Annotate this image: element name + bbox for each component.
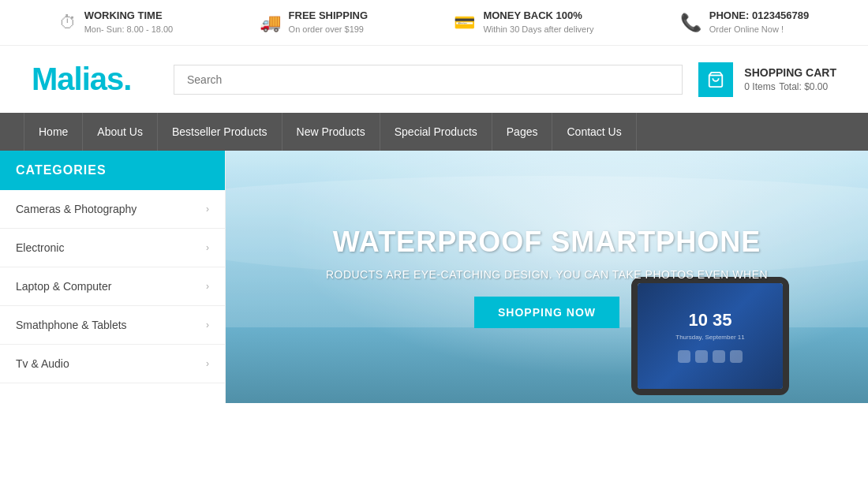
nav-about[interactable]: About Us [83, 113, 158, 151]
navbar: Home About Us Bestseller Products New Pr… [0, 113, 868, 151]
sidebar: CATEGORIES Cameras & Photography › Elect… [0, 151, 226, 403]
app-icon-1 [678, 350, 690, 363]
chevron-right-icon: › [206, 358, 209, 369]
sidebar-item-electronic-label: Electronic [16, 241, 64, 254]
sidebar-header: CATEGORIES [0, 151, 225, 190]
device-date: Thursday, September 11 [675, 334, 744, 341]
topbar-free-shipping-subtitle: On order over $199 [289, 24, 364, 34]
topbar-phone-text: PHONE: 0123456789 Order Online Now ! [709, 9, 809, 35]
chevron-right-icon: › [206, 242, 209, 253]
sidebar-item-cameras[interactable]: Cameras & Photography › [0, 190, 225, 229]
cart-total-value: $0.00 [804, 81, 828, 92]
sidebar-item-smartphones[interactable]: Smathphone & Tablets › [0, 306, 225, 345]
hero-banner: 10 35 Thursday, September 11 WATERPROOF … [226, 151, 868, 403]
sidebar-item-laptop[interactable]: Laptop & Computer › [0, 267, 225, 306]
search-input[interactable] [174, 65, 683, 95]
nav-new-products[interactable]: New Products [282, 113, 380, 151]
hero-title: WATERPROOF SMARTPHONE [326, 226, 768, 259]
topbar-working-time-subtitle: Mon- Sun: 8.00 - 18.00 [84, 24, 174, 34]
cart-icon [707, 71, 724, 88]
chevron-right-icon: › [206, 281, 209, 292]
hero-text-block: WATERPROOF SMARTPHONE RODUCTS ARE EYE-CA… [326, 226, 768, 328]
topbar-working-time-title: WORKING TIME [84, 9, 174, 21]
search-bar[interactable] [174, 65, 683, 95]
sidebar-item-cameras-label: Cameras & Photography [16, 203, 137, 215]
sidebar-item-smartphones-label: Smathphone & Tablets [16, 319, 127, 331]
chevron-right-icon: › [206, 319, 209, 330]
hero-subtitle: RODUCTS ARE EYE-CATCHING DESIGN. YOU CAN… [326, 268, 768, 281]
app-icon-2 [695, 350, 708, 363]
topbar-money-back-title: MONEY BACK 100% [483, 9, 593, 21]
topbar-money-back: 💳 MONEY BACK 100% Within 30 Days after d… [454, 9, 593, 35]
topbar-working-time: ⏱ WORKING TIME Mon- Sun: 8.00 - 18.00 [59, 9, 174, 35]
cart-total: Total: $0.00 [779, 81, 828, 92]
cart-icon-button[interactable] [698, 62, 733, 97]
sidebar-item-tv-label: Tv & Audio [16, 357, 69, 370]
cart-items-count: 0 Items [744, 81, 775, 92]
money-icon: 💳 [454, 13, 475, 33]
nav-special[interactable]: Special Products [380, 113, 492, 151]
topbar-free-shipping-title: FREE SHIPPING [289, 9, 368, 21]
nav-contact[interactable]: Contact Us [552, 113, 636, 151]
app-icon-4 [730, 350, 743, 363]
device-app-icons [678, 350, 743, 363]
sidebar-item-tv[interactable]: Tv & Audio › [0, 345, 225, 383]
cart-area: SHOPPING CART 0 Items Total: $0.00 [698, 62, 836, 97]
shop-now-button[interactable]: SHOPPING NOW [474, 297, 619, 328]
topbar-free-shipping: 🚚 FREE SHIPPING On order over $199 [260, 9, 368, 35]
sidebar-item-laptop-label: Laptop & Computer [16, 280, 111, 293]
topbar-phone-title: PHONE: 0123456789 [709, 9, 809, 21]
clock-icon: ⏱ [59, 13, 77, 33]
header: Malias. SHOPPING CART 0 Items Total: $0.… [0, 46, 868, 113]
cart-info: SHOPPING CART 0 Items Total: $0.00 [744, 66, 836, 93]
top-bar: ⏱ WORKING TIME Mon- Sun: 8.00 - 18.00 🚚 … [0, 0, 868, 46]
truck-icon: 🚚 [260, 13, 281, 33]
cart-total-label: Total: [779, 81, 802, 92]
topbar-free-shipping-text: FREE SHIPPING On order over $199 [289, 9, 368, 35]
nav-home[interactable]: Home [24, 113, 83, 151]
cart-label: SHOPPING CART [744, 66, 836, 79]
topbar-phone-subtitle: Order Online Now ! [709, 24, 784, 34]
sidebar-item-electronic[interactable]: Electronic › [0, 229, 225, 267]
topbar-money-back-text: MONEY BACK 100% Within 30 Days after del… [483, 9, 593, 35]
phone-icon: 📞 [680, 13, 702, 33]
topbar-working-time-text: WORKING TIME Mon- Sun: 8.00 - 18.00 [84, 9, 174, 35]
chevron-right-icon: › [206, 204, 209, 215]
topbar-phone: 📞 PHONE: 0123456789 Order Online Now ! [680, 9, 809, 35]
nav-bestseller[interactable]: Bestseller Products [158, 113, 282, 151]
nav-pages[interactable]: Pages [492, 113, 553, 151]
main-content: CATEGORIES Cameras & Photography › Elect… [0, 151, 868, 403]
topbar-money-back-subtitle: Within 30 Days after delivery [483, 24, 593, 34]
app-icon-3 [713, 350, 725, 363]
logo: Malias. [32, 62, 158, 97]
